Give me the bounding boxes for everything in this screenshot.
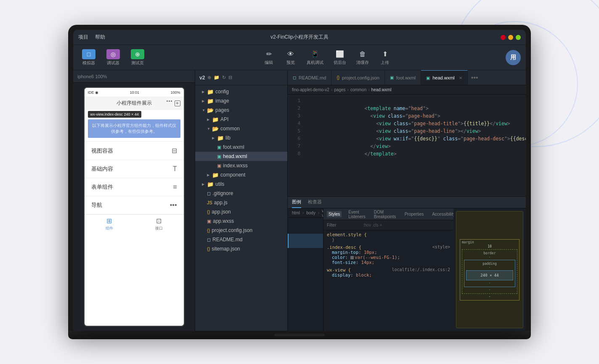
nav-item-3[interactable]: 导航 •••	[85, 196, 184, 214]
phone-tab-icon-1: ⊡	[156, 217, 162, 225]
phone-tab-1[interactable]: ⊡ 接口	[134, 217, 184, 231]
action-upload[interactable]: ⬆ 上传	[379, 50, 391, 66]
laptop-base	[68, 331, 531, 339]
tree-item-common[interactable]: ▼ 📂 common	[195, 124, 287, 133]
tree-label-app-js: app.js	[214, 200, 228, 206]
folder-icon-image: 📁	[207, 98, 214, 104]
tree-refresh-icon[interactable]: ↻	[222, 75, 226, 80]
dom-tab-inspector[interactable]: 检查器	[308, 197, 322, 208]
bottom-content: html › body › wx-view.index › wx-view.in…	[288, 208, 526, 331]
background-label: 切后台	[334, 60, 346, 66]
tab-close-head-wxml[interactable]: ✕	[459, 76, 462, 80]
styles-tab-dom-bp[interactable]: DOM Breakpoints	[372, 209, 398, 220]
test-icon: ⊕	[131, 49, 144, 59]
code-editor[interactable]: 1 2 3 4 5 6 7 8	[288, 95, 526, 196]
tree-item-component[interactable]: ▶ 📁 component	[195, 170, 287, 179]
maximize-button[interactable]	[516, 35, 521, 40]
tab-icon-readme: ◻	[293, 75, 296, 80]
user-avatar[interactable]: 用	[506, 50, 521, 65]
tab-foot-wxml[interactable]: ▣ foot.wxml	[385, 70, 421, 85]
minimize-button[interactable]	[508, 35, 513, 40]
styles-content: element.style { }	[323, 230, 453, 331]
phone-tab-label-0: 组件	[106, 226, 113, 231]
nav-item-1[interactable]: 基础内容 T	[85, 160, 184, 178]
styles-tab-styles[interactable]: Styles	[327, 211, 342, 217]
tree-item-index-wxss[interactable]: ▣ index.wxss	[195, 161, 287, 170]
tree-label-pages: pages	[215, 107, 229, 113]
tree-item-app-wxss[interactable]: ▣ app.wxss	[195, 216, 287, 226]
title-bar: 项目 帮助 v2-FinClip小程序开发工具	[73, 30, 526, 45]
tab-head-wxml[interactable]: ▣ head.wxml ✕	[421, 70, 468, 85]
styles-tab-access[interactable]: Accessibility	[430, 211, 453, 217]
edit-icon: ✏	[263, 50, 275, 59]
tab-more-button[interactable]: •••	[468, 70, 482, 85]
styles-tab-props[interactable]: Properties	[403, 211, 426, 217]
action-preview[interactable]: 👁 预览	[285, 50, 297, 66]
clear-cache-label: 清缓存	[356, 60, 369, 66]
margin-top-val: 10	[462, 245, 517, 248]
tree-item-gitignore[interactable]: ◻ .gitignore	[195, 189, 287, 198]
test-button[interactable]: ⊕ 测试页	[127, 49, 148, 66]
close-button[interactable]	[501, 35, 506, 40]
styles-tab-events[interactable]: Event Listeners	[347, 209, 367, 220]
nav-item-2[interactable]: 表单组件 ≡	[85, 178, 184, 196]
menu-help[interactable]: 帮助	[95, 34, 105, 41]
tree-item-sitemap[interactable]: {} sitemap.json	[195, 244, 287, 253]
tree-item-app-js[interactable]: JS app.js	[195, 198, 287, 207]
tab-readme[interactable]: ◻ README.md	[288, 70, 331, 85]
padding-label: padding	[466, 262, 513, 266]
breadcrumb-sep-3: ›	[368, 87, 369, 92]
folder-icon-pages: 📂	[207, 107, 214, 113]
dom-tab-diagram[interactable]: 图例	[292, 197, 301, 208]
eb-body[interactable]: body	[306, 211, 315, 215]
tree-item-project-json[interactable]: {} project.config.json	[195, 226, 287, 235]
eb-html[interactable]: html	[292, 211, 300, 215]
simulator-button[interactable]: □ 模拟器	[78, 49, 99, 66]
tree-item-foot-wxml[interactable]: ▣ foot.wxml	[195, 142, 287, 152]
tree-item-utils[interactable]: ▶ 📁 utils	[195, 179, 287, 189]
phone-title: 小程序组件展示	[117, 100, 152, 107]
phone-status-bar: IDE ◉ 10:01 100%	[85, 88, 184, 97]
tree-item-lib[interactable]: ▶ 📁 lib	[195, 133, 287, 142]
ln-1: 1	[288, 97, 300, 105]
margin-bottom-val: -	[462, 295, 517, 298]
nav-item-icon-0: ⊟	[172, 147, 177, 155]
action-clear-cache[interactable]: 🗑 清缓存	[356, 50, 369, 66]
phone-title-dots: ⊕	[167, 100, 180, 106]
tree-new-folder-icon[interactable]: 📁	[214, 75, 220, 80]
toolbar-device-buttons: □ 模拟器 ◎ 调试器 ⊕ 测试页	[78, 49, 148, 66]
breadcrumb-pages: pages	[334, 87, 345, 92]
tree-item-head-wxml[interactable]: ▣ head.wxml	[195, 152, 287, 161]
tree-arrow-lib: ▶	[212, 136, 215, 140]
tree-label-component: component	[220, 172, 245, 178]
tree-new-file-icon[interactable]: ⊕	[207, 75, 211, 80]
tree-item-pages[interactable]: ▼ 📂 pages	[195, 106, 287, 115]
tree-item-app-json[interactable]: {} app.json	[195, 207, 287, 216]
real-debug-icon: 📱	[309, 50, 321, 59]
tree-item-readme[interactable]: ◻ README.md	[195, 235, 287, 244]
tab-project-json[interactable]: {} project.config.json	[331, 70, 384, 85]
debugger-button[interactable]: ◎ 调试器	[103, 49, 124, 66]
tree-item-config[interactable]: ▶ 📁 config	[195, 87, 287, 96]
action-background[interactable]: ⬜ 切后台	[334, 50, 346, 66]
styles-filter-input[interactable]	[327, 223, 360, 227]
real-debug-label: 真机调试	[307, 60, 323, 66]
tree-label-gitignore: .gitignore	[212, 190, 233, 196]
tree-label-foot-wxml: foot.wxml	[223, 144, 244, 150]
tree-item-api[interactable]: ▶ 📁 API	[195, 115, 287, 124]
tree-label-config: config	[215, 89, 229, 95]
action-edit[interactable]: ✏ 编辑	[263, 50, 275, 66]
tree-collapse-icon[interactable]: ⊟	[228, 75, 232, 80]
phone-tab-0[interactable]: ⊞ 组件	[85, 217, 134, 231]
margin-label: margin	[462, 240, 474, 244]
border-val: -	[464, 255, 515, 259]
phone-highlight-text: 以下将展示小程序官方组件能力，组件样式仅供参考，有些仅供参考。	[92, 123, 176, 134]
breadcrumb-file: head.wxml	[371, 87, 392, 92]
border-box: border - padding -	[462, 249, 517, 294]
menu-project[interactable]: 项目	[78, 34, 88, 41]
tree-item-image[interactable]: ▶ 📁 image	[195, 96, 287, 106]
action-real-debug[interactable]: 📱 真机调试	[307, 50, 323, 66]
nav-item-0[interactable]: 视图容器 ⊟	[85, 142, 184, 160]
tree-arrow-config: ▶	[202, 90, 205, 94]
folder-icon-component: 📁	[212, 172, 219, 178]
